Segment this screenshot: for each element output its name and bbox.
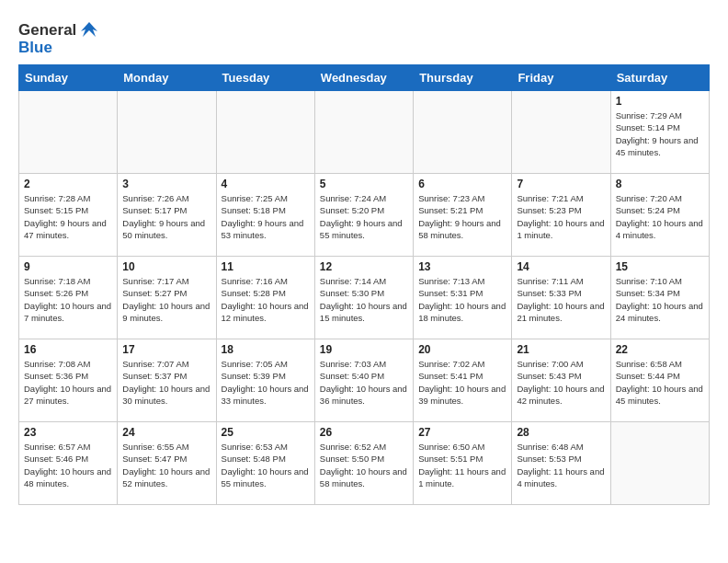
calendar-day-cell: 24Sunrise: 6:55 AM Sunset: 5:47 PM Dayli… [118,422,216,505]
calendar-day-cell: 22Sunrise: 6:58 AM Sunset: 5:44 PM Dayli… [610,339,709,422]
calendar-day-cell [19,91,118,174]
day-info: Sunrise: 7:21 AM Sunset: 5:23 PM Dayligh… [517,192,605,241]
day-info: Sunrise: 6:48 AM Sunset: 5:53 PM Dayligh… [517,441,605,489]
day-number: 1 [616,95,704,108]
calendar-day-cell: 4Sunrise: 7:25 AM Sunset: 5:18 PM Daylig… [216,174,314,257]
calendar-day-cell: 17Sunrise: 7:07 AM Sunset: 5:37 PM Dayli… [118,339,216,422]
day-number: 17 [122,343,210,356]
day-number: 28 [517,426,605,439]
day-number: 12 [320,260,408,273]
day-info: Sunrise: 7:18 AM Sunset: 5:26 PM Dayligh… [24,275,112,324]
day-number: 10 [122,260,210,273]
day-number: 9 [24,260,112,273]
calendar-day-cell: 5Sunrise: 7:24 AM Sunset: 5:20 PM Daylig… [314,174,413,257]
day-info: Sunrise: 7:02 AM Sunset: 5:41 PM Dayligh… [418,358,506,407]
calendar-day-cell: 19Sunrise: 7:03 AM Sunset: 5:40 PM Dayli… [314,339,413,422]
day-number: 6 [418,178,506,190]
weekday-header: Tuesday [216,65,314,91]
calendar-day-cell [414,91,512,174]
day-number: 20 [418,343,506,356]
calendar-week-row: 16Sunrise: 7:08 AM Sunset: 5:36 PM Dayli… [19,339,710,422]
day-info: Sunrise: 7:13 AM Sunset: 5:31 PM Dayligh… [418,275,506,324]
day-number: 21 [517,343,605,356]
weekday-header: Monday [118,65,216,91]
logo-blue-text: Blue [18,39,52,57]
day-info: Sunrise: 6:50 AM Sunset: 5:51 PM Dayligh… [418,441,506,489]
weekday-header: Saturday [610,65,709,91]
calendar-week-row: 2Sunrise: 7:28 AM Sunset: 5:15 PM Daylig… [19,174,710,257]
day-info: Sunrise: 7:03 AM Sunset: 5:40 PM Dayligh… [320,358,408,407]
day-info: Sunrise: 7:26 AM Sunset: 5:17 PM Dayligh… [122,192,210,241]
calendar-day-cell: 13Sunrise: 7:13 AM Sunset: 5:31 PM Dayli… [414,257,512,339]
day-info: Sunrise: 6:58 AM Sunset: 5:44 PM Dayligh… [616,358,704,407]
day-number: 18 [222,343,310,356]
logo-bird-icon [79,18,99,42]
calendar-day-cell: 3Sunrise: 7:26 AM Sunset: 5:17 PM Daylig… [118,174,216,257]
calendar-day-cell: 16Sunrise: 7:08 AM Sunset: 5:36 PM Dayli… [19,339,118,422]
day-number: 4 [222,178,310,190]
calendar-day-cell: 12Sunrise: 7:14 AM Sunset: 5:30 PM Dayli… [314,257,413,339]
calendar-day-cell: 10Sunrise: 7:17 AM Sunset: 5:27 PM Dayli… [118,257,216,339]
day-info: Sunrise: 7:05 AM Sunset: 5:39 PM Dayligh… [222,358,310,407]
calendar-day-cell: 7Sunrise: 7:21 AM Sunset: 5:23 PM Daylig… [512,174,610,257]
day-number: 8 [616,178,704,190]
calendar-header-row: SundayMondayTuesdayWednesdayThursdayFrid… [19,65,710,91]
svg-marker-0 [81,22,97,37]
weekday-header: Sunday [19,65,118,91]
calendar-day-cell: 26Sunrise: 6:52 AM Sunset: 5:50 PM Dayli… [314,422,413,505]
day-number: 13 [418,260,506,273]
day-number: 16 [24,343,112,356]
calendar-week-row: 9Sunrise: 7:18 AM Sunset: 5:26 PM Daylig… [19,257,710,339]
calendar-day-cell [314,91,413,174]
calendar-day-cell: 23Sunrise: 6:57 AM Sunset: 5:46 PM Dayli… [19,422,118,505]
day-number: 23 [24,426,112,439]
day-number: 25 [222,426,310,439]
calendar-day-cell: 8Sunrise: 7:20 AM Sunset: 5:24 PM Daylig… [610,174,709,257]
calendar-day-cell: 6Sunrise: 7:23 AM Sunset: 5:21 PM Daylig… [414,174,512,257]
weekday-header: Friday [512,65,610,91]
weekday-header: Wednesday [314,65,413,91]
day-info: Sunrise: 7:17 AM Sunset: 5:27 PM Dayligh… [122,275,210,324]
calendar-day-cell: 14Sunrise: 7:11 AM Sunset: 5:33 PM Dayli… [512,257,610,339]
day-info: Sunrise: 7:28 AM Sunset: 5:15 PM Dayligh… [24,192,112,241]
day-info: Sunrise: 7:20 AM Sunset: 5:24 PM Dayligh… [616,192,704,241]
calendar-day-cell [512,91,610,174]
calendar-day-cell: 25Sunrise: 6:53 AM Sunset: 5:48 PM Dayli… [216,422,314,505]
weekday-header: Thursday [414,65,512,91]
day-info: Sunrise: 6:52 AM Sunset: 5:50 PM Dayligh… [320,441,408,489]
calendar-table: SundayMondayTuesdayWednesdayThursdayFrid… [18,64,710,505]
day-info: Sunrise: 7:00 AM Sunset: 5:43 PM Dayligh… [517,358,605,407]
logo-general-text: General [18,21,76,40]
day-number: 19 [320,343,408,356]
day-number: 5 [320,178,408,190]
calendar-day-cell [118,91,216,174]
calendar-day-cell: 20Sunrise: 7:02 AM Sunset: 5:41 PM Dayli… [414,339,512,422]
day-info: Sunrise: 7:24 AM Sunset: 5:20 PM Dayligh… [320,192,408,241]
day-number: 27 [418,426,506,439]
day-info: Sunrise: 6:55 AM Sunset: 5:47 PM Dayligh… [122,441,210,489]
calendar-week-row: 1Sunrise: 7:29 AM Sunset: 5:14 PM Daylig… [19,91,710,174]
day-number: 3 [122,178,210,190]
calendar-day-cell: 1Sunrise: 7:29 AM Sunset: 5:14 PM Daylig… [610,91,709,174]
day-info: Sunrise: 7:29 AM Sunset: 5:14 PM Dayligh… [616,109,704,158]
calendar-day-cell: 27Sunrise: 6:50 AM Sunset: 5:51 PM Dayli… [414,422,512,505]
day-info: Sunrise: 7:07 AM Sunset: 5:37 PM Dayligh… [122,358,210,407]
day-info: Sunrise: 7:25 AM Sunset: 5:18 PM Dayligh… [222,192,310,241]
day-info: Sunrise: 7:08 AM Sunset: 5:36 PM Dayligh… [24,358,112,407]
day-number: 26 [320,426,408,439]
calendar-day-cell: 28Sunrise: 6:48 AM Sunset: 5:53 PM Dayli… [512,422,610,505]
day-info: Sunrise: 7:23 AM Sunset: 5:21 PM Dayligh… [418,192,506,241]
calendar-day-cell: 9Sunrise: 7:18 AM Sunset: 5:26 PM Daylig… [19,257,118,339]
calendar-day-cell [216,91,314,174]
logo: General Blue [18,18,99,57]
day-number: 24 [122,426,210,439]
day-info: Sunrise: 7:16 AM Sunset: 5:28 PM Dayligh… [222,275,310,324]
calendar-day-cell: 11Sunrise: 7:16 AM Sunset: 5:28 PM Dayli… [216,257,314,339]
day-info: Sunrise: 7:14 AM Sunset: 5:30 PM Dayligh… [320,275,408,324]
day-number: 14 [517,260,605,273]
calendar-day-cell: 21Sunrise: 7:00 AM Sunset: 5:43 PM Dayli… [512,339,610,422]
day-number: 11 [222,260,310,273]
calendar-day-cell: 2Sunrise: 7:28 AM Sunset: 5:15 PM Daylig… [19,174,118,257]
day-number: 22 [616,343,704,356]
calendar-week-row: 23Sunrise: 6:57 AM Sunset: 5:46 PM Dayli… [19,422,710,505]
